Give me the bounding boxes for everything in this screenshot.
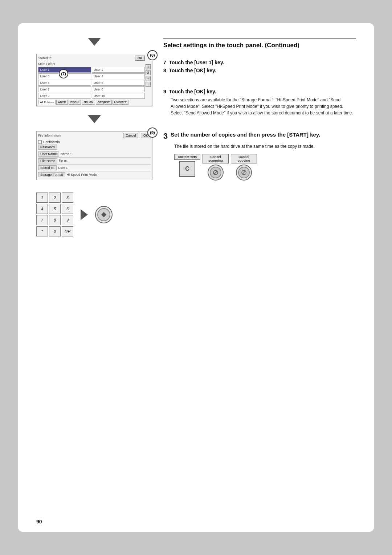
arrow-down-1 <box>88 38 101 46</box>
control-buttons-row: Correct sets C Cancel scanning <box>174 154 356 181</box>
scroll-plus[interactable]: + <box>146 76 151 81</box>
tab-abcd[interactable]: ABCD <box>56 100 68 105</box>
tab-jklmn[interactable]: JKLMN <box>82 100 95 105</box>
step3-body: The file is stored on the hard drive at … <box>174 143 356 150</box>
cancel-copying-group: Cancel copying <box>231 154 257 181</box>
username-value: Name 1 <box>61 152 72 156</box>
start-button[interactable] <box>95 206 113 223</box>
user-cell-9[interactable]: User 9 <box>38 93 91 99</box>
step9-heading: 9 Touch the [OK] key. <box>163 89 356 94</box>
tab-efghi[interactable]: EFGHI <box>69 100 81 105</box>
scrollbar: 1 2 + ↓ <box>146 64 151 87</box>
confidential-checkbox[interactable] <box>38 140 42 144</box>
step8-badge: (8) <box>147 50 158 60</box>
step9-heading-label: Touch the [OK] key. <box>169 89 216 94</box>
correct-sets-group: Correct sets C <box>174 154 200 181</box>
key-1[interactable]: 1 <box>36 193 48 203</box>
key-3[interactable]: 3 <box>62 193 73 203</box>
step3-number: 3 <box>163 131 168 141</box>
correct-sets-label: Correct sets <box>174 154 200 160</box>
cancel-scanning-label: Cancel scanning <box>203 154 229 163</box>
panel2-wrapper: File Information Cancel OK Confidential … <box>36 131 152 180</box>
filename-value: file-01 <box>59 159 68 163</box>
key-4[interactable]: 4 <box>36 204 48 214</box>
step9-badge: (9) <box>147 127 158 138</box>
tab-uvwxyz[interactable]: UVWXYZ <box>113 100 128 105</box>
storageformat-label: Storage Format <box>38 172 65 177</box>
panel2-cancel-button[interactable]: Cancel <box>123 133 138 138</box>
tab-opqrst[interactable]: OPQRST <box>96 100 112 105</box>
key-6[interactable]: 6 <box>62 204 73 214</box>
key-8[interactable]: 8 <box>49 215 61 225</box>
panel1-ok-button[interactable]: OK <box>135 56 145 61</box>
key-9[interactable]: 9 <box>62 215 73 225</box>
scroll-down[interactable]: ↓ <box>146 82 151 87</box>
user-cell-2[interactable]: User 2 <box>92 67 145 73</box>
key-2[interactable]: 2 <box>49 193 61 203</box>
key-7[interactable]: 7 <box>36 215 48 225</box>
svg-line-2 <box>214 171 217 174</box>
section-title: Select settings in the touch panel. (Con… <box>163 38 356 49</box>
tab-all-folders[interactable]: All Folders <box>38 100 56 105</box>
cancel-scanning-button[interactable] <box>208 165 224 181</box>
step3-heading: Set the number of copies and then press … <box>171 131 320 138</box>
scroll-2[interactable]: 2 <box>146 70 151 75</box>
page-number: 90 <box>36 519 42 524</box>
storageformat-row: Storage Format Hi-Speed Print Mode <box>38 171 151 178</box>
left-column: Stored to: OK Main Folder User 1 User 2 … <box>36 38 152 510</box>
key-hash[interactable]: #/P <box>62 226 73 236</box>
steps-7-8: 7 Touch the [User 1] key. 8 Touch the [O… <box>163 60 356 75</box>
password-row: Password <box>38 145 151 150</box>
user-cell-10[interactable]: User 10 <box>92 93 145 99</box>
cancel-copying-button[interactable] <box>236 165 252 181</box>
step3-section: 3 Set the number of copies and then pres… <box>163 131 356 181</box>
svg-marker-0 <box>101 212 106 217</box>
confidential-row: Confidential <box>38 139 151 145</box>
keypad-grid: 1 2 3 4 5 6 7 8 9 * 0 #/P <box>36 193 73 236</box>
start-button-inner <box>97 208 110 221</box>
step8-label: Touch the [OK] key. <box>169 68 216 73</box>
panel2-header: File Information Cancel OK <box>38 133 151 138</box>
step8-heading: 8 Touch the [OK] key. <box>163 68 356 73</box>
keypad-arrow <box>81 209 88 220</box>
step7-heading: 7 Touch the [User 1] key. <box>163 60 356 65</box>
user-cell-5[interactable]: User 5 <box>38 80 91 86</box>
step3-header: 3 Set the number of copies and then pres… <box>163 131 356 141</box>
correct-sets-button[interactable]: C <box>179 161 195 177</box>
panel1-wrapper: Stored to: OK Main Folder User 1 User 2 … <box>36 54 152 106</box>
page-container: Stored to: OK Main Folder User 1 User 2 … <box>18 23 374 532</box>
cancel-copying-icon <box>241 170 247 175</box>
scroll-1[interactable]: 1 <box>146 64 151 69</box>
username-row: User Name Name 1 <box>38 151 151 158</box>
key-5[interactable]: 5 <box>49 204 61 214</box>
step9-body: Two selections are available for the "St… <box>171 97 356 116</box>
arrow-down-2 <box>88 115 101 123</box>
cancel-copying-inner <box>238 167 250 178</box>
cancel-scanning-icon <box>213 170 219 175</box>
password-button[interactable]: Password <box>38 145 57 150</box>
file-info-panel: File Information Cancel OK Confidential … <box>36 131 152 180</box>
key-0[interactable]: 0 <box>49 226 61 236</box>
step7-label: Touch the [User 1] key. <box>169 60 224 65</box>
step9-section: 9 Touch the [OK] key. Two selections are… <box>163 89 356 116</box>
svg-line-4 <box>242 171 246 174</box>
user-cell-6[interactable]: User 6 <box>92 80 145 86</box>
user-cell-7[interactable]: User 7 <box>38 86 91 92</box>
user-cell-8[interactable]: User 8 <box>92 86 145 92</box>
tab-row: All Folders ABCD EFGHI JKLMN OPQRST UVWX… <box>38 100 145 105</box>
panel1-header: Stored to: OK <box>38 56 145 61</box>
right-column: Select settings in the touch panel. (Con… <box>163 38 356 510</box>
user-cell-4[interactable]: User 4 <box>92 73 145 79</box>
keypad-section: 1 2 3 4 5 6 7 8 9 * 0 #/P <box>36 193 152 236</box>
confidential-label: Confidential <box>43 140 61 144</box>
cancel-copying-label: Cancel copying <box>231 154 257 163</box>
stored-to-panel: Stored to: OK Main Folder User 1 User 2 … <box>36 54 152 106</box>
main-folder-label: Main Folder <box>38 62 145 66</box>
storedto-row: Stored to: User 1 <box>38 165 151 171</box>
user-grid: User 1 User 2 User 3 User 4 User 5 User … <box>38 67 145 99</box>
file-info-label: File Information <box>38 134 61 137</box>
cancel-scanning-inner <box>210 167 221 178</box>
key-star[interactable]: * <box>36 226 48 236</box>
panel2-buttons: Cancel OK <box>123 133 151 138</box>
stored-to-label: Stored to: <box>38 56 52 60</box>
